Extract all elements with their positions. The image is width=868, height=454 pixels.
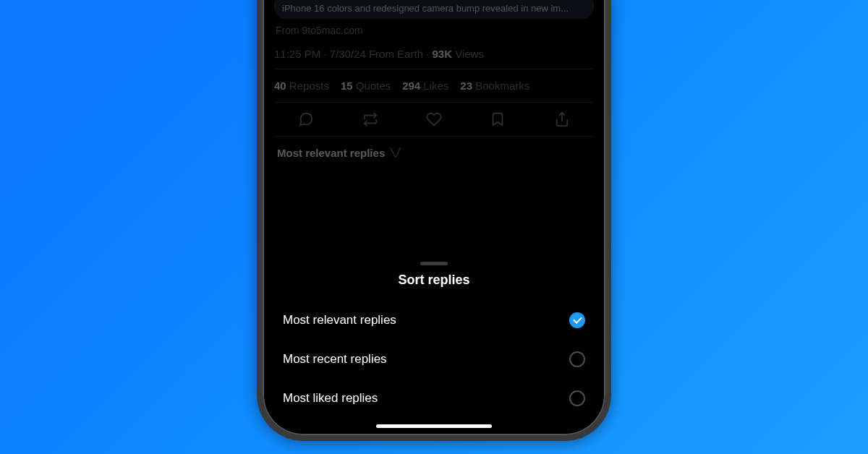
- sort-option-relevant[interactable]: Most relevant replies: [263, 301, 605, 340]
- radio-selected-icon: [569, 312, 585, 328]
- radio-unselected-icon: [569, 351, 585, 367]
- sheet-grabber[interactable]: [420, 262, 448, 265]
- screen: iPhone 16 colors and redesigned camera b…: [263, 0, 605, 435]
- phone-mockup: iPhone 16 colors and redesigned camera b…: [257, 0, 611, 441]
- sort-option-recent[interactable]: Most recent replies: [263, 340, 605, 379]
- sort-option-liked[interactable]: Most liked replies: [263, 379, 605, 418]
- sort-replies-sheet: Sort replies Most relevant replies Most …: [263, 252, 605, 435]
- radio-unselected-icon: [569, 390, 585, 406]
- sort-option-label: Most recent replies: [283, 352, 387, 367]
- sort-option-label: Most liked replies: [283, 391, 378, 406]
- sheet-title: Sort replies: [263, 273, 605, 288]
- sort-option-label: Most relevant replies: [283, 313, 396, 327]
- home-indicator[interactable]: [376, 424, 492, 428]
